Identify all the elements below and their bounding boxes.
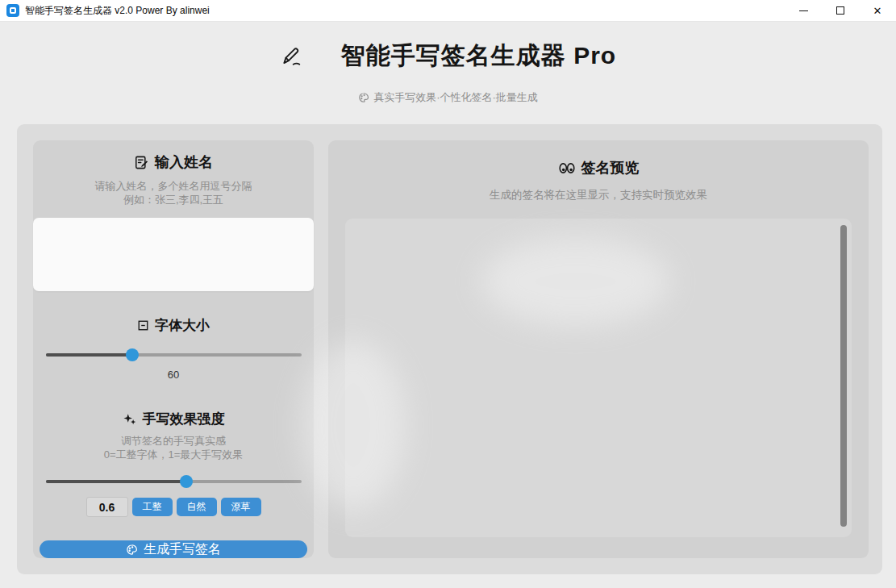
maximize-button[interactable]	[822, 0, 859, 21]
strength-title: 手写效果强度	[123, 410, 225, 428]
strength-value: 0.6	[86, 497, 128, 517]
main-card: 输入姓名 请输入姓名，多个姓名用逗号分隔 例如：张三,李四,王五 字体大小	[17, 124, 882, 574]
maximize-icon	[836, 6, 844, 15]
generate-palette-icon	[126, 544, 138, 556]
font-size-slider-thumb[interactable]	[126, 348, 139, 361]
name-input[interactable]	[33, 218, 314, 291]
app-icon	[6, 4, 19, 17]
generate-button[interactable]: 生成手写签名	[40, 540, 307, 558]
slider-fill	[46, 353, 133, 357]
preview-hint: 生成的签名将在这里显示，支持实时预览效果	[490, 188, 707, 202]
page-title: 智能手写签名生成器 Pro	[341, 40, 616, 73]
subtitle: 真实手写效果·个性化签名·批量生成	[0, 90, 896, 105]
preview-title: 签名预览	[558, 158, 640, 177]
strength-hint: 调节签名的手写真实感 0=工整字体，1=最大手写效果	[104, 434, 244, 461]
preset-messy-button[interactable]: 潦草	[221, 498, 261, 516]
preview-panel: 签名预览 生成的签名将在这里显示，支持实时预览效果	[328, 140, 869, 558]
preset-natural-button[interactable]: 自然	[177, 498, 217, 516]
close-button[interactable]: ✕	[859, 0, 896, 21]
minimize-icon	[799, 10, 808, 11]
font-size-value: 60	[168, 369, 179, 381]
pen-icon	[280, 46, 302, 67]
sparkles-icon	[123, 412, 137, 427]
preview-scrollbar[interactable]	[840, 225, 847, 527]
strength-slider[interactable]	[46, 475, 302, 486]
font-size-icon	[137, 319, 149, 332]
name-input-hint: 请输入姓名，多个姓名用逗号分隔 例如：张三,李四,王五	[95, 179, 252, 206]
palette-icon	[358, 92, 369, 103]
generate-button-label: 生成手写签名	[144, 541, 221, 558]
preview-area	[345, 219, 852, 537]
memo-icon	[134, 155, 149, 170]
window-controls: ✕	[785, 0, 896, 21]
close-icon: ✕	[873, 6, 882, 16]
slider-fill	[46, 480, 186, 483]
input-panel: 输入姓名 请输入姓名，多个姓名用逗号分隔 例如：张三,李四,王五 字体大小	[33, 140, 314, 558]
app-window: 智能手写签名生成器 v2.0 Power By alinwei ✕ 智能	[0, 0, 896, 588]
minimize-button[interactable]	[785, 0, 822, 21]
header: 智能手写签名生成器 Pro 真实手写效果·个性化签名·批量生成	[0, 22, 896, 105]
eyes-icon	[558, 161, 576, 175]
titlebar: 智能手写签名生成器 v2.0 Power By alinwei ✕	[0, 0, 896, 22]
subtitle-text: 真实手写效果·个性化签名·批量生成	[373, 90, 538, 105]
font-size-title: 字体大小	[137, 316, 210, 335]
preset-neat-button[interactable]: 工整	[132, 498, 173, 516]
window-title: 智能手写签名生成器 v2.0 Power By alinwei	[25, 4, 210, 18]
name-input-title: 输入姓名	[134, 152, 213, 172]
font-size-slider[interactable]	[46, 348, 302, 360]
strength-presets-row: 0.6 工整 自然 潦草	[86, 497, 261, 517]
strength-slider-thumb[interactable]	[180, 475, 193, 488]
